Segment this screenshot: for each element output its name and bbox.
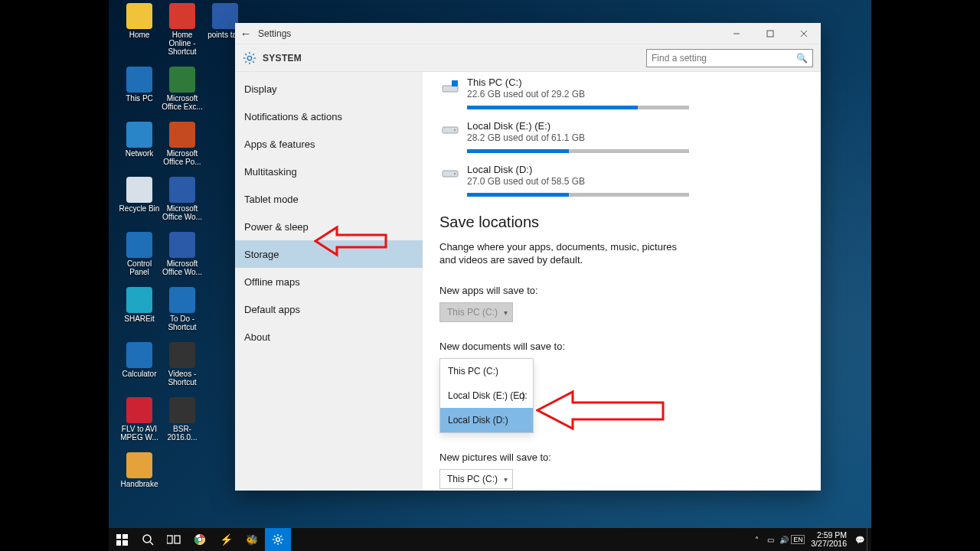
system-tray[interactable]: ˄ ▭ 🔊 EN 2:59 PM 3/27/2016 💬	[750, 528, 871, 551]
desktop-icon-image	[169, 177, 195, 203]
sidebar-item-apps-features[interactable]: Apps & features	[235, 130, 423, 158]
desktop-icon-image	[169, 397, 195, 423]
settings-content[interactable]: This PC (C:) 22.6 GB used out of 29.2 GB…	[423, 72, 821, 491]
sidebar-item-display[interactable]: Display	[235, 75, 423, 103]
desktop-icon[interactable]: Microsoft Office Wo...	[161, 232, 204, 276]
desktop-icon[interactable]: FLV to AVI MPEG W...	[118, 397, 161, 442]
pillar-left	[0, 0, 109, 551]
sidebar-item-default-apps[interactable]: Default apps	[235, 295, 423, 323]
maximize-button[interactable]	[753, 23, 787, 44]
tray-network-icon[interactable]: ▭	[763, 536, 777, 544]
desktop-icon[interactable]: Handbrake	[118, 452, 161, 488]
dropdown-option[interactable]: Local Disk (D:)	[440, 408, 533, 432]
desktop-icon-image	[126, 232, 152, 258]
drive-row[interactable]: This PC (C:) 22.6 GB used out of 29.2 GB	[439, 77, 804, 109]
sidebar-item-storage[interactable]: Storage	[235, 240, 423, 268]
pictures-save-combo[interactable]: This PC (C:) ▾	[439, 469, 513, 489]
desktop-icon-label: Calculator	[122, 370, 156, 378]
taskbar-clock[interactable]: 2:59 PM 3/27/2016	[811, 531, 847, 548]
desktop-icon-image	[169, 3, 195, 29]
taskbar-app-torrent[interactable]: 🐝	[239, 528, 265, 551]
svg-line-26	[150, 542, 153, 545]
taskbar[interactable]: ⚡ 🐝 ˄ ▭ 🔊 EN 2:59 PM 3/27/2016 💬	[109, 528, 871, 551]
desktop-icon-label: Videos - Shortcut	[162, 370, 203, 386]
desktop-icon[interactable]: Calculator	[118, 342, 161, 386]
desktop-icon-label: Microsoft Office Wo...	[162, 259, 203, 276]
show-desktop-button[interactable]	[867, 528, 871, 551]
desktop-icons: HomeHome Online - Shortcutpoints tablThi…	[118, 3, 247, 488]
chevron-down-icon: ▾	[504, 308, 508, 317]
desktop-icon-label: This PC	[126, 94, 153, 103]
drive-row[interactable]: Local Disk (E:) (E:) 28.2 GB used out of…	[439, 120, 804, 153]
tray-chevron-up-icon[interactable]: ˄	[750, 536, 763, 544]
search-input[interactable]	[652, 53, 796, 64]
svg-line-12	[245, 60, 247, 62]
desktop-icon-label: Control Panel	[119, 259, 160, 276]
desktop-icon-image	[169, 232, 195, 258]
desktop-icon[interactable]: BSR-2016.0...	[161, 397, 204, 442]
desktop-icon[interactable]: Control Panel	[118, 232, 161, 276]
drive-icon	[439, 78, 461, 95]
desktop-icon[interactable]: Microsoft Office Wo...	[161, 177, 204, 221]
svg-line-40	[280, 536, 282, 537]
back-button[interactable]: ←	[235, 27, 256, 40]
settings-search[interactable]: 🔍	[646, 49, 813, 67]
clipped-label-fragment: o:	[519, 390, 528, 401]
sidebar-item-about[interactable]: About	[235, 323, 423, 350]
drive-row[interactable]: Local Disk (D:) 27.0 GB used out of 58.5…	[439, 164, 804, 197]
desktop-icon-image	[126, 342, 152, 368]
search-button[interactable]	[135, 528, 161, 551]
svg-rect-1	[767, 31, 773, 37]
desktop-icon-image	[126, 177, 152, 203]
drive-icon	[439, 122, 461, 139]
apps-save-value: This PC (C:)	[447, 307, 498, 318]
desktop-icon-label: SHAREit	[124, 315, 154, 323]
desktop-icon-image	[126, 287, 152, 313]
drive-usage-bar	[467, 193, 689, 197]
pictures-save-label: New pictures will save to:	[439, 452, 804, 463]
chevron-down-icon: ▾	[504, 475, 508, 484]
desktop[interactable]: HomeHome Online - Shortcutpoints tablThi…	[109, 0, 871, 551]
titlebar[interactable]: ← Settings	[235, 23, 821, 44]
desktop-icon-label: Handbrake	[121, 480, 158, 488]
desktop-icon[interactable]: Microsoft Office Po...	[161, 122, 204, 166]
svg-rect-28	[175, 536, 180, 543]
desktop-icon-label: Home	[129, 31, 150, 39]
taskbar-app-settings[interactable]	[265, 528, 291, 551]
desktop-icon[interactable]: Network	[118, 122, 161, 166]
minimize-button[interactable]	[720, 23, 753, 44]
sidebar-item-notifications-actions[interactable]: Notifications & actions	[235, 103, 423, 130]
start-button[interactable]	[109, 528, 135, 551]
action-center-icon[interactable]: 💬	[853, 536, 867, 544]
sidebar-item-multitasking[interactable]: Multitasking	[235, 158, 423, 185]
tray-volume-icon[interactable]: 🔊	[777, 536, 791, 544]
desktop-icon[interactable]: This PC	[118, 67, 161, 111]
sidebar-item-tablet-mode[interactable]: Tablet mode	[235, 185, 423, 213]
taskbar-app-chrome[interactable]	[187, 528, 213, 551]
desktop-icon-label: Recycle Bin	[119, 204, 160, 213]
drive-name: Local Disk (E:) (E:)	[467, 120, 804, 132]
search-icon	[142, 533, 154, 546]
drive-usage: 22.6 GB used out of 29.2 GB	[467, 89, 804, 99]
windows-icon	[116, 534, 128, 546]
svg-rect-27	[167, 536, 172, 543]
desktop-icon[interactable]: Home Online - Shortcut	[161, 3, 204, 56]
dropdown-option[interactable]: This PC (C:)	[440, 359, 533, 383]
save-locations-subtitle: Change where your apps, documents, music…	[439, 240, 692, 266]
sidebar-item-offline-maps[interactable]: Offline maps	[235, 268, 423, 295]
task-view-button[interactable]	[161, 528, 187, 551]
desktop-icon-label: To Do - Shortcut	[162, 315, 203, 331]
desktop-icon-image	[169, 67, 195, 93]
desktop-icon[interactable]: Recycle Bin	[118, 177, 161, 221]
desktop-icon[interactable]: Videos - Shortcut	[161, 342, 204, 386]
desktop-icon[interactable]: To Do - Shortcut	[161, 287, 204, 331]
screen: HomeHome Online - Shortcutpoints tablThi…	[0, 0, 980, 551]
taskbar-app-winamp[interactable]: ⚡	[213, 528, 239, 551]
tray-language-icon[interactable]: EN	[791, 535, 805, 544]
close-button[interactable]	[787, 23, 821, 44]
desktop-icon[interactable]: SHAREit	[118, 287, 161, 331]
svg-point-16	[454, 129, 456, 131]
desktop-icon[interactable]: Microsoft Office Exc...	[161, 67, 204, 111]
sidebar-item-power-sleep[interactable]: Power & sleep	[235, 213, 423, 240]
desktop-icon[interactable]: Home	[118, 3, 161, 56]
